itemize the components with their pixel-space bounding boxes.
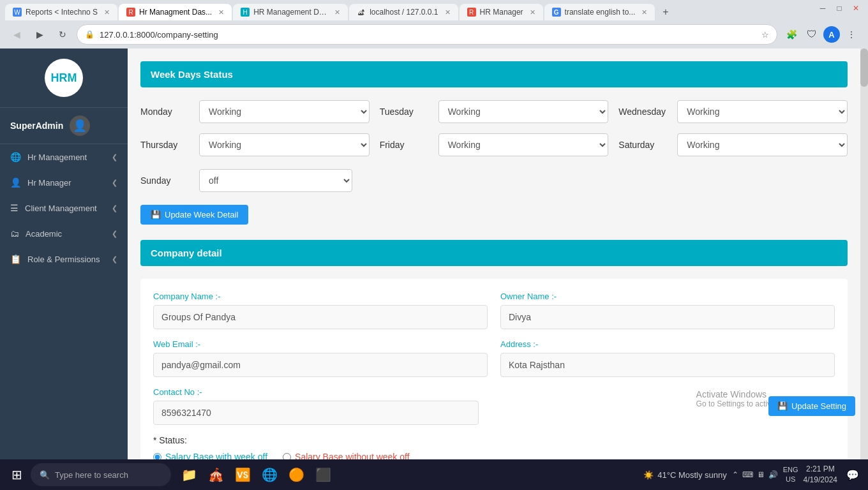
address-input[interactable]: [500, 353, 835, 377]
star-icon[interactable]: ☆: [761, 30, 769, 40]
network-icon[interactable]: 🖥: [757, 470, 765, 479]
taskbar-search[interactable]: 🔍 Type here to search: [31, 463, 171, 486]
tab-favicon-3: H: [241, 8, 250, 17]
start-button[interactable]: ⊞: [5, 463, 28, 486]
tab-close-1[interactable]: ✕: [104, 8, 110, 17]
saturday-row: Saturday Working off: [618, 133, 848, 156]
web-email-input[interactable]: [153, 353, 488, 377]
profile-button[interactable]: A: [823, 26, 840, 43]
taskbar-app-chrome[interactable]: 🌐: [257, 462, 282, 487]
week-days-grid: Monday Working off Tuesday Working off: [140, 100, 848, 156]
taskbar-app-terminal[interactable]: ⬛: [310, 462, 336, 487]
tab-hr-doc[interactable]: H HR Management Do... ✕: [233, 4, 348, 20]
taskbar-apps: 📁 🎪 🆚 🌐 🟠 ⬛: [176, 462, 336, 487]
salary-without-weekoff-radio[interactable]: [283, 453, 291, 460]
sidebar-item-client-management[interactable]: ☰ Client Management ❮: [0, 195, 128, 221]
monday-row: Monday Working off: [140, 100, 370, 123]
language-indicator: ENGUS: [783, 465, 798, 485]
contact-no-label: Contact No :-: [153, 387, 479, 397]
sunday-label: Sunday: [140, 175, 191, 186]
monday-select[interactable]: Working off: [199, 100, 370, 123]
file-explorer-icon: 📁: [181, 467, 197, 482]
wednesday-select[interactable]: Working off: [677, 100, 848, 123]
logo-circle: HRM: [45, 59, 83, 97]
up-arrow-icon[interactable]: ⌃: [732, 470, 738, 479]
salary-with-weekoff-radio[interactable]: [153, 453, 161, 460]
sidebar-item-role-permissions[interactable]: 📋 Role & Permissions ❮: [0, 246, 128, 272]
tab-reports[interactable]: W Reports < Intechno S ✕: [5, 4, 117, 20]
sidebar-item-label-hr-management: Hr Management: [27, 152, 87, 162]
browser-chrome: W Reports < Intechno S ✕ R Hr Managment …: [0, 0, 868, 48]
contact-no-input[interactable]: [153, 401, 479, 425]
main-layout: HRM SuperAdmin 👤 🌐 Hr Management ❮ 👤 Hr …: [0, 48, 868, 459]
salary-with-weekoff-option[interactable]: Salary Base with week off: [153, 452, 267, 459]
tab-translate[interactable]: G translate english to... ✕: [544, 4, 655, 20]
close-button[interactable]: ✕: [851, 4, 860, 13]
tab-close-6[interactable]: ✕: [641, 8, 647, 17]
role-permissions-icon: 📋: [10, 254, 21, 264]
salary-without-weekoff-option[interactable]: Salary Base without week off: [283, 452, 410, 459]
user-section: SuperAdmin 👤: [0, 108, 128, 144]
tab-favicon-4: 🏕: [357, 8, 366, 17]
tab-favicon-1: W: [13, 8, 22, 17]
notification-button[interactable]: 💬: [842, 464, 863, 485]
contact-no-group: Contact No :-: [153, 387, 479, 425]
sidebar-item-academic[interactable]: 🗂 Academic ❮: [0, 221, 128, 246]
maximize-button[interactable]: □: [835, 4, 844, 13]
scrollbar[interactable]: [860, 48, 868, 459]
tab-close-3[interactable]: ✕: [334, 8, 340, 17]
company-name-input[interactable]: [153, 305, 488, 329]
logo-text: HRM: [51, 71, 77, 85]
back-button[interactable]: ◀: [8, 26, 26, 43]
taskbar-time: ENGUS: [783, 465, 798, 485]
salary-with-weekoff-label: Salary Base with week off: [165, 452, 267, 459]
extensions-icon[interactable]: 🧩: [782, 26, 800, 43]
window-controls: ─ □ ✕: [811, 4, 868, 17]
tab-bar: W Reports < Intechno S ✕ R Hr Managment …: [0, 0, 678, 20]
thursday-select[interactable]: Working off: [199, 133, 370, 156]
volume-icon[interactable]: 🔊: [768, 470, 778, 479]
tuesday-select[interactable]: Working off: [438, 100, 609, 123]
scrollbar-thumb[interactable]: [860, 48, 868, 87]
keyboard-icon[interactable]: ⌨: [742, 470, 753, 479]
update-setting-button[interactable]: 💾 Update Setting: [768, 396, 855, 416]
tab-close-2[interactable]: ✕: [218, 8, 224, 17]
taskbar-app-file-explorer[interactable]: 📁: [176, 462, 202, 487]
taskbar-app-app5[interactable]: 🟠: [283, 462, 309, 487]
tab-favicon-6: G: [552, 8, 561, 17]
sunday-select[interactable]: Working off: [199, 169, 352, 192]
client-management-icon: ☰: [10, 203, 19, 213]
new-tab-button[interactable]: +: [659, 5, 672, 19]
reload-button[interactable]: ↻: [54, 26, 71, 43]
tab-label-2: Hr Managment Das...: [139, 8, 212, 17]
forward-button[interactable]: ▶: [31, 26, 49, 43]
tab-hr-manager[interactable]: R HR Manager ✕: [460, 4, 543, 20]
chevron-right-icon-4: ❮: [112, 230, 117, 238]
saturday-select[interactable]: Working off: [677, 133, 848, 156]
salary-without-weekoff-label: Salary Base without week off: [295, 452, 410, 459]
tab-hr-dashboard[interactable]: R Hr Managment Das... ✕: [119, 4, 232, 20]
tab-close-5[interactable]: ✕: [530, 8, 535, 17]
lock-icon: 🔒: [85, 30, 94, 39]
tuesday-row: Tuesday Working off: [380, 100, 609, 123]
shield-icon[interactable]: 🛡: [803, 26, 821, 43]
tab-localhost[interactable]: 🏕 localhost / 127.0.0.1 ✕: [349, 4, 458, 20]
sidebar-item-hr-manager[interactable]: 👤 Hr Manager ❮: [0, 170, 128, 195]
weather-icon: ☀️: [643, 470, 654, 480]
update-week-detail-button[interactable]: 💾 Update Week Detail: [140, 205, 248, 225]
sidebar: HRM SuperAdmin 👤 🌐 Hr Management ❮ 👤 Hr …: [0, 48, 128, 459]
address-bar[interactable]: 🔒 127.0.0.1:8000/company-setting ☆: [77, 24, 777, 45]
friday-select[interactable]: Working off: [438, 133, 609, 156]
taskbar-app-vscode[interactable]: 🆚: [230, 462, 255, 487]
tab-close-4[interactable]: ✕: [445, 8, 451, 17]
menu-button[interactable]: ⋮: [842, 26, 860, 43]
terminal-icon: ⬛: [315, 467, 331, 482]
minimize-button[interactable]: ─: [818, 4, 827, 13]
owner-name-input[interactable]: [500, 305, 835, 329]
sunday-row: Sunday Working off: [140, 169, 848, 192]
sidebar-item-hr-management[interactable]: 🌐 Hr Management ❮: [0, 144, 128, 170]
taskbar-app-photos[interactable]: 🎪: [203, 462, 228, 487]
content-scroll[interactable]: Week Days Status Monday Working off Tue: [128, 48, 860, 459]
company-name-label: Company Name :-: [153, 292, 488, 301]
sidebar-item-label-academic: Academic: [26, 229, 62, 239]
